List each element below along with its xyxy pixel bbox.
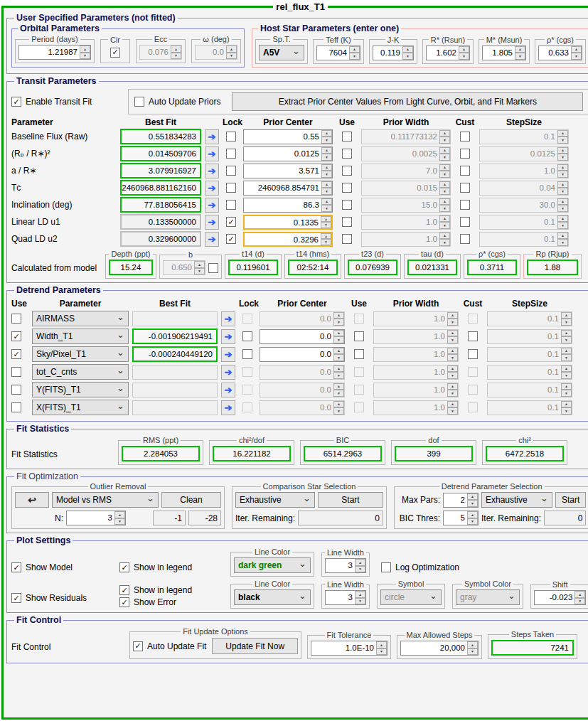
spinner-down-button[interactable] — [355, 566, 365, 573]
spinner-down-button[interactable] — [561, 319, 572, 326]
use-detrend-checkbox[interactable] — [11, 314, 21, 324]
copy-best-fit-to-prior-button[interactable] — [221, 383, 235, 397]
spinner-down-button[interactable] — [321, 205, 332, 212]
spinner-up-button[interactable] — [557, 215, 568, 223]
spinner-down-button[interactable] — [515, 53, 525, 60]
use-prior-checkbox[interactable] — [342, 149, 352, 159]
prior-center-spinner[interactable]: 0.0 — [260, 383, 345, 397]
spinner-down-button[interactable] — [557, 205, 568, 212]
show-error-checkbox[interactable] — [119, 597, 129, 607]
spinner-up-button[interactable] — [402, 46, 413, 53]
rho-star-spinner[interactable]: 0.633 — [538, 46, 582, 60]
show-error[interactable]: Show Error — [119, 597, 223, 607]
prior-center-spinner[interactable]: 2460968.854791 — [243, 181, 333, 196]
prior-center-spinner[interactable]: 0.55 — [243, 129, 333, 144]
stepsize-spinner[interactable]: 30.0 — [479, 198, 569, 213]
spinner-up-button[interactable] — [321, 216, 331, 223]
spinner-down-button[interactable] — [439, 239, 450, 246]
spinner-down-button[interactable] — [439, 137, 450, 144]
spinner-down-button[interactable] — [447, 336, 458, 343]
period-spinner[interactable]: 1.21987 — [18, 45, 91, 60]
detrend-parameter-select[interactable]: tot_C_cnts — [32, 364, 129, 380]
prior-width-spinner[interactable]: 1.0 — [361, 215, 451, 230]
prior-width-spinner[interactable]: 1.0 — [361, 232, 451, 247]
lock-b-checkbox[interactable] — [208, 263, 218, 273]
show-model[interactable]: Show Model — [11, 562, 112, 577]
use-prior-checkbox[interactable] — [354, 349, 364, 359]
spinner-down-button[interactable] — [194, 268, 205, 275]
spinner-up-button[interactable] — [439, 164, 450, 171]
spinner-down-button[interactable] — [333, 336, 344, 343]
spinner-up-button[interactable] — [349, 46, 360, 53]
bic-thres-spinner[interactable]: 5 — [443, 511, 479, 525]
spinner-down-button[interactable] — [333, 372, 344, 379]
spectral-type-select[interactable]: A5V — [259, 45, 304, 60]
fit-tolerance-spinner[interactable]: 1.0E-10 — [311, 641, 387, 656]
spinner-down-button[interactable] — [561, 390, 572, 397]
prior-width-spinner[interactable]: 1.0 — [373, 383, 459, 397]
eccentricity-spinner[interactable]: 0.076 — [139, 45, 182, 60]
spinner-down-button[interactable] — [447, 390, 458, 397]
stepsize-spinner[interactable]: 0.1 — [487, 347, 572, 362]
extract-prior-center-button[interactable]: Extract Prior Center Values From Light C… — [232, 92, 583, 111]
show-residuals[interactable]: Show Residuals — [11, 593, 112, 609]
spinner-down-button[interactable] — [447, 372, 458, 379]
circular-orbit-checkbox[interactable] — [110, 48, 120, 58]
spinner-down-button[interactable] — [80, 53, 90, 60]
spinner-down-button[interactable] — [439, 205, 450, 212]
spinner-down-button[interactable] — [321, 137, 332, 144]
comp-star-method-select[interactable]: Exhaustive — [235, 492, 315, 508]
custom-stepsize-checkbox[interactable] — [460, 200, 470, 210]
impact-parameter-spinner[interactable]: 0.650 — [163, 260, 205, 275]
stepsize-spinner[interactable]: 0.1 — [487, 383, 572, 397]
prior-width-spinner[interactable]: 1.0 — [373, 400, 459, 415]
prior-width-spinner[interactable]: 0.015 — [361, 181, 451, 196]
prior-center-spinner[interactable]: 0.1335 — [243, 215, 333, 230]
spinner-down-button[interactable] — [557, 239, 568, 246]
custom-stepsize-checkbox[interactable] — [460, 234, 470, 244]
detrend-parameter-select[interactable]: Y(FITS)_T1 — [32, 382, 129, 397]
spinner-up-button[interactable] — [561, 365, 572, 373]
spinner-up-button[interactable] — [459, 46, 469, 53]
spinner-up-button[interactable] — [439, 147, 450, 154]
copy-best-fit-to-prior-button[interactable] — [205, 164, 219, 178]
copy-best-fit-to-prior-button[interactable] — [205, 215, 219, 230]
detrend-parameter-select[interactable]: Width_T1 — [32, 329, 129, 344]
log-optimization-checkbox[interactable] — [381, 562, 391, 572]
spinner-up-button[interactable] — [447, 348, 458, 355]
custom-stepsize-checkbox[interactable] — [468, 349, 478, 359]
copy-best-fit-to-prior-button[interactable] — [221, 347, 235, 362]
spinner-down-button[interactable] — [561, 354, 572, 361]
use-prior-checkbox[interactable] — [354, 385, 364, 395]
spinner-up-button[interactable] — [557, 233, 568, 240]
auto-update-fit[interactable]: Auto Update Fit — [133, 641, 206, 651]
spinner-down-button[interactable] — [561, 407, 572, 415]
spinner-up-button[interactable] — [80, 46, 90, 53]
auto-update-fit-checkbox[interactable] — [133, 641, 143, 651]
custom-stepsize-checkbox[interactable] — [460, 183, 470, 193]
spinner-down-button[interactable] — [447, 319, 458, 326]
auto-update-priors-checkbox[interactable] — [134, 97, 144, 107]
spinner-down-button[interactable] — [557, 171, 568, 178]
spinner-up-button[interactable] — [447, 383, 458, 390]
spinner-down-button[interactable] — [561, 372, 572, 379]
stepsize-spinner[interactable]: 0.1 — [487, 329, 572, 344]
spinner-down-button[interactable] — [333, 319, 344, 326]
spinner-up-button[interactable] — [557, 130, 568, 137]
prior-width-spinner[interactable]: 0.0025 — [361, 146, 451, 161]
custom-stepsize-checkbox[interactable] — [460, 149, 470, 159]
spinner-down-button[interactable] — [355, 598, 365, 605]
symbol-select[interactable]: circle — [380, 589, 442, 605]
residuals-line-width-spinner[interactable]: 3 — [325, 590, 366, 605]
symbol-color-select[interactable]: gray — [456, 589, 520, 605]
omega-spinner[interactable]: 0.0 — [195, 45, 237, 60]
log-optimization[interactable]: Log Optimization — [381, 562, 459, 577]
spinner-down-button[interactable] — [321, 188, 332, 195]
spinner-up-button[interactable] — [574, 591, 585, 598]
spinner-down-button[interactable] — [439, 222, 450, 229]
use-prior-checkbox[interactable] — [342, 183, 352, 193]
lock-checkbox[interactable] — [226, 183, 236, 193]
use-prior-checkbox[interactable] — [354, 331, 364, 341]
detrend-parameter-select[interactable]: Sky/Pixel_T1 — [32, 346, 129, 362]
stepsize-spinner[interactable]: 0.1 — [479, 215, 569, 230]
